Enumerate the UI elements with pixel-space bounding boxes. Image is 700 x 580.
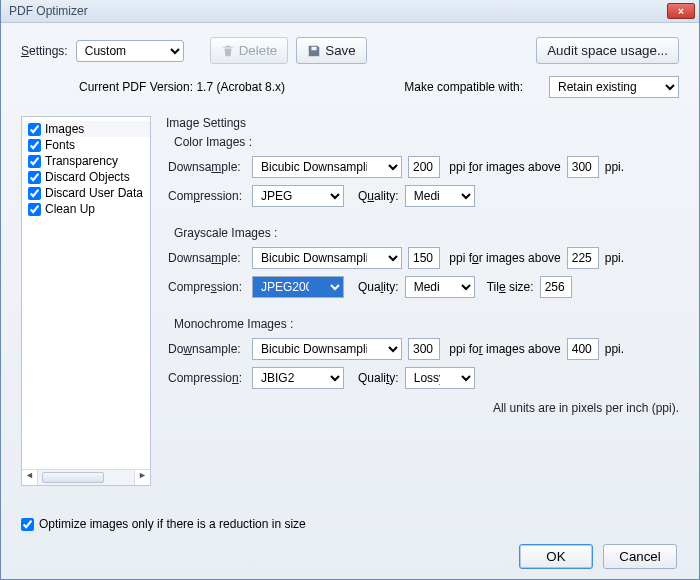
grayscale-images-group: Grayscale Images : Downsample: Bicubic D… — [166, 226, 679, 305]
scroll-right-icon[interactable]: ► — [134, 470, 150, 485]
current-version-label: Current PDF Version: 1.7 (Acrobat 8.x) — [79, 80, 285, 94]
version-row: Current PDF Version: 1.7 (Acrobat 8.x) M… — [79, 76, 679, 98]
sidebar-check-transparency[interactable] — [28, 155, 41, 168]
settings-select[interactable]: Custom — [76, 40, 184, 62]
downsample-label: Downsample: — [168, 251, 246, 265]
category-sidebar: Images Fonts Transparency Discard Object… — [21, 116, 151, 486]
ppi-for-label: ppi for images above — [446, 160, 561, 174]
sidebar-item-fonts[interactable]: Fonts — [22, 137, 150, 153]
mono-quality-select[interactable]: Lossy — [405, 367, 475, 389]
color-heading: Color Images : — [174, 135, 679, 149]
gray-heading: Grayscale Images : — [174, 226, 679, 240]
color-images-group: Color Images : Downsample: Bicubic Downs… — [166, 135, 679, 214]
sidebar-check-clean-up[interactable] — [28, 203, 41, 216]
settings-label: Settings: — [21, 44, 68, 58]
save-button[interactable]: Save — [296, 37, 366, 64]
sidebar-item-label: Transparency — [45, 154, 118, 168]
sidebar-item-clean-up[interactable]: Clean Up — [22, 201, 150, 217]
mono-compression-row: Compression: JBIG2 Quality: Lossy — [168, 367, 679, 389]
sidebar-item-discard-objects[interactable]: Discard Objects — [22, 169, 150, 185]
ppi-suffix: ppi. — [605, 160, 624, 174]
color-downsample-select[interactable]: Bicubic Downsampling to — [252, 156, 402, 178]
sidebar-item-discard-user-data[interactable]: Discard User Data — [22, 185, 150, 201]
mono-above-input[interactable] — [567, 338, 599, 360]
gray-compression-select[interactable]: JPEG2000 — [252, 276, 344, 298]
gray-tile-input[interactable] — [540, 276, 572, 298]
compression-label: Compression: — [168, 280, 246, 294]
sidebar-item-label: Fonts — [45, 138, 75, 152]
sidebar-item-label: Discard Objects — [45, 170, 130, 184]
sidebar-check-discard-objects[interactable] — [28, 171, 41, 184]
quality-label: Quality: — [358, 371, 399, 385]
downsample-label: Downsample: — [168, 160, 246, 174]
sidebar-item-images[interactable]: Images — [22, 121, 150, 137]
main-panel: Image Settings Color Images : Downsample… — [166, 116, 679, 507]
content: Settings: Custom Delete Save Audit space… — [1, 23, 699, 579]
ppi-for-label: ppi for images above — [446, 342, 561, 356]
optimize-only-checkbox[interactable] — [21, 518, 34, 531]
window-close-button[interactable]: × — [667, 3, 695, 19]
sidebar-scrollbar[interactable]: ◄ ► — [22, 469, 150, 485]
monochrome-images-group: Monochrome Images : Downsample: Bicubic … — [166, 317, 679, 396]
sidebar-item-transparency[interactable]: Transparency — [22, 153, 150, 169]
floppy-icon — [307, 44, 321, 58]
gray-downsample-row: Downsample: Bicubic Downsampling to ppi … — [168, 247, 679, 269]
color-above-input[interactable] — [567, 156, 599, 178]
optimize-only-label: Optimize images only if there is a reduc… — [39, 517, 306, 531]
close-icon: × — [678, 6, 684, 17]
compression-label: Compression: — [168, 189, 246, 203]
gray-ppi-input[interactable] — [408, 247, 440, 269]
ok-button[interactable]: OK — [519, 544, 593, 569]
gray-compression-row: Compression: JPEG2000 Quality: Medium Ti… — [168, 276, 679, 298]
ppi-for-label: ppi for images above — [446, 251, 561, 265]
sidebar-check-images[interactable] — [28, 123, 41, 136]
gray-downsample-select[interactable]: Bicubic Downsampling to — [252, 247, 402, 269]
color-compression-row: Compression: JPEG Quality: Medium — [168, 185, 679, 207]
trash-icon — [221, 44, 235, 58]
mono-downsample-select[interactable]: Bicubic Downsampling to — [252, 338, 402, 360]
color-ppi-input[interactable] — [408, 156, 440, 178]
sidebar-item-label: Images — [45, 122, 84, 136]
cancel-button[interactable]: Cancel — [603, 544, 677, 569]
sidebar-check-discard-user-data[interactable] — [28, 187, 41, 200]
compat-select[interactable]: Retain existing — [549, 76, 679, 98]
sidebar-item-label: Discard User Data — [45, 186, 143, 200]
quality-label: Quality: — [358, 280, 399, 294]
sidebar-check-fonts[interactable] — [28, 139, 41, 152]
mono-ppi-input[interactable] — [408, 338, 440, 360]
scroll-track[interactable] — [38, 470, 134, 485]
titlebar: PDF Optimizer × — [1, 0, 699, 23]
downsample-label: Downsample: — [168, 342, 246, 356]
delete-button: Delete — [210, 37, 289, 64]
ppi-suffix: ppi. — [605, 251, 624, 265]
ppi-suffix: ppi. — [605, 342, 624, 356]
color-quality-select[interactable]: Medium — [405, 185, 475, 207]
mono-heading: Monochrome Images : — [174, 317, 679, 331]
footer: OK Cancel — [21, 536, 679, 569]
tile-label: Tile size: — [487, 280, 534, 294]
compat-label: Make compatible with: — [404, 80, 523, 94]
panel-title: Image Settings — [166, 116, 679, 130]
gray-above-input[interactable] — [567, 247, 599, 269]
quality-label: Quality: — [358, 189, 399, 203]
body: Images Fonts Transparency Discard Object… — [21, 116, 679, 507]
color-compression-select[interactable]: JPEG — [252, 185, 344, 207]
window-title: PDF Optimizer — [9, 4, 667, 18]
color-downsample-row: Downsample: Bicubic Downsampling to ppi … — [168, 156, 679, 178]
scroll-thumb[interactable] — [42, 472, 104, 483]
compression-label: Compression: — [168, 371, 246, 385]
mono-downsample-row: Downsample: Bicubic Downsampling to ppi … — [168, 338, 679, 360]
sidebar-item-label: Clean Up — [45, 202, 95, 216]
gray-quality-select[interactable]: Medium — [405, 276, 475, 298]
optimize-only-row: Optimize images only if there is a reduc… — [21, 517, 679, 531]
toolbar: Settings: Custom Delete Save Audit space… — [21, 37, 679, 64]
units-note: All units are in pixels per inch (ppi). — [166, 401, 679, 415]
dialog-window: PDF Optimizer × Settings: Custom Delete … — [0, 0, 700, 580]
audit-space-button[interactable]: Audit space usage... — [536, 37, 679, 64]
scroll-left-icon[interactable]: ◄ — [22, 470, 38, 485]
mono-compression-select[interactable]: JBIG2 — [252, 367, 344, 389]
